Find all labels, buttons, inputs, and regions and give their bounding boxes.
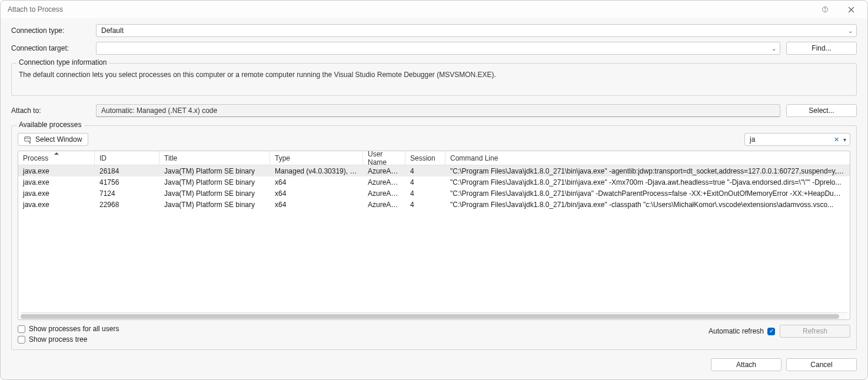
connection-target-label: Connection target: bbox=[11, 44, 90, 52]
table-row[interactable]: java.exe 22968 Java(TM) Platform SE bina… bbox=[18, 199, 850, 210]
connection-target-select[interactable]: ⌄ bbox=[96, 42, 780, 55]
cancel-button[interactable]: Cancel bbox=[786, 358, 857, 371]
processes-toolbar: Select Window ja ✕ ▾ bbox=[18, 133, 850, 146]
col-process[interactable]: Process bbox=[18, 151, 95, 165]
horizontal-scrollbar[interactable] bbox=[21, 312, 847, 319]
scrollbar-thumb[interactable] bbox=[21, 314, 839, 319]
close-icon bbox=[848, 6, 854, 13]
close-button[interactable] bbox=[838, 1, 864, 18]
connection-type-row: Connection type: Default ⌄ bbox=[11, 24, 857, 37]
info-legend: Connection type information bbox=[16, 58, 109, 66]
info-text: The default connection lets you select p… bbox=[19, 71, 849, 79]
available-legend: Available processes bbox=[16, 121, 84, 129]
attach-to-field[interactable]: Automatic: Managed (.NET 4.x) code bbox=[96, 104, 780, 117]
table-row[interactable]: java.exe 41756 Java(TM) Platform SE bina… bbox=[18, 176, 850, 188]
attach-button[interactable]: Attach bbox=[711, 358, 781, 371]
chevron-down-icon: ⌄ bbox=[848, 28, 853, 34]
show-all-users-check[interactable]: Show processes for all users bbox=[18, 325, 119, 333]
automatic-refresh-check[interactable]: Automatic refresh bbox=[709, 327, 775, 335]
checks-row: Show processes for all users Show proces… bbox=[18, 325, 850, 344]
chevron-down-icon: ▾ bbox=[843, 136, 846, 143]
filter-value: ja bbox=[750, 135, 755, 144]
refresh-button: Refresh bbox=[780, 325, 850, 338]
col-user[interactable]: User Name bbox=[363, 151, 405, 165]
refresh-group: Automatic refresh Refresh bbox=[709, 325, 850, 338]
table-row[interactable]: java.exe 7124 Java(TM) Platform SE binar… bbox=[18, 188, 850, 199]
connection-type-label: Connection type: bbox=[11, 26, 90, 35]
window-title: Attach to Process bbox=[8, 5, 812, 14]
clear-filter-icon[interactable]: ✕ bbox=[834, 136, 839, 144]
svg-point-1 bbox=[825, 11, 826, 11]
dialog-actions: Attach Cancel bbox=[11, 355, 857, 372]
process-filter-input[interactable]: ja ✕ ▾ bbox=[744, 133, 850, 146]
select-button[interactable]: Select... bbox=[786, 104, 857, 117]
checkbox-icon bbox=[18, 325, 25, 333]
titlebar: Attach to Process bbox=[1, 1, 867, 18]
table-row[interactable]: java.exe 26184 Java(TM) Platform SE bina… bbox=[18, 165, 850, 176]
dialog-content: Connection type: Default ⌄ Connection ta… bbox=[1, 18, 867, 379]
help-icon bbox=[822, 6, 829, 13]
col-type[interactable]: Type bbox=[270, 151, 363, 165]
col-cmd[interactable]: Command Line bbox=[445, 151, 850, 165]
select-window-label: Select Window bbox=[35, 135, 82, 144]
select-window-icon bbox=[24, 136, 32, 144]
connection-type-value: Default bbox=[101, 26, 124, 35]
find-button[interactable]: Find... bbox=[786, 42, 857, 55]
table-header: Process ID Title Type User Name Session … bbox=[18, 151, 850, 165]
show-process-tree-check[interactable]: Show process tree bbox=[18, 335, 119, 344]
attach-to-process-dialog: Attach to Process Connection type: Defau… bbox=[0, 0, 868, 380]
col-title[interactable]: Title bbox=[159, 151, 270, 165]
attach-to-value: Automatic: Managed (.NET 4.x) code bbox=[101, 106, 217, 115]
table-body: java.exe 26184 Java(TM) Platform SE bina… bbox=[18, 165, 850, 312]
attach-to-row: Attach to: Automatic: Managed (.NET 4.x)… bbox=[11, 104, 857, 117]
process-table: Process ID Title Type User Name Session … bbox=[18, 151, 850, 320]
svg-rect-2 bbox=[25, 136, 31, 141]
left-checks: Show processes for all users Show proces… bbox=[18, 325, 119, 344]
connection-type-info: Connection type information The default … bbox=[11, 63, 857, 96]
select-window-button[interactable]: Select Window bbox=[18, 133, 88, 146]
connection-target-row: Connection target: ⌄ Find... bbox=[11, 42, 857, 55]
connection-type-select[interactable]: Default ⌄ bbox=[96, 24, 857, 37]
col-session[interactable]: Session bbox=[405, 151, 445, 165]
help-button[interactable] bbox=[812, 1, 838, 18]
attach-to-label: Attach to: bbox=[11, 106, 90, 115]
checkbox-checked-icon bbox=[767, 328, 775, 335]
chevron-down-icon: ⌄ bbox=[771, 45, 776, 52]
available-processes: Available processes Select Window ja ✕ ▾… bbox=[11, 125, 857, 350]
checkbox-icon bbox=[18, 336, 25, 344]
col-id[interactable]: ID bbox=[95, 151, 159, 165]
